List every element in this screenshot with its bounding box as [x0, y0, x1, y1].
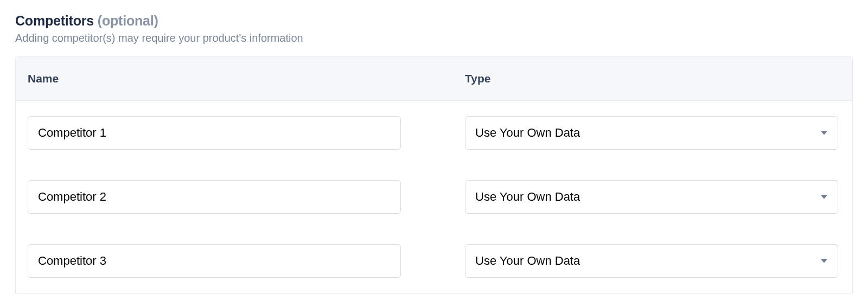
- competitor-name-input[interactable]: [28, 244, 401, 278]
- competitor-name-input[interactable]: [28, 180, 401, 214]
- section-title-text: Competitors: [15, 13, 94, 28]
- dropdown-selected-label: Use Your Own Data: [475, 126, 580, 140]
- competitor-type-dropdown[interactable]: Use Your Own Data: [465, 180, 838, 214]
- column-header-type: Type: [465, 72, 490, 85]
- table-body: Use Your Own Data Use Your Own Data: [16, 101, 852, 293]
- dropdown-selected-label: Use Your Own Data: [475, 254, 580, 268]
- competitor-name-input[interactable]: [28, 116, 401, 150]
- column-header-name: Name: [28, 72, 59, 85]
- competitors-table: Name Type Use Your Own Data: [15, 56, 853, 293]
- competitor-type-dropdown[interactable]: Use Your Own Data: [465, 244, 838, 278]
- chevron-down-icon: [820, 193, 828, 201]
- table-header: Name Type: [16, 57, 852, 101]
- table-row: Use Your Own Data: [16, 101, 852, 165]
- dropdown-selected-label: Use Your Own Data: [475, 190, 580, 204]
- chevron-down-icon: [820, 129, 828, 137]
- section-title-optional: (optional): [98, 13, 158, 28]
- section-title: Competitors (optional): [15, 13, 853, 29]
- table-row: Use Your Own Data: [16, 165, 852, 229]
- competitor-type-dropdown[interactable]: Use Your Own Data: [465, 116, 838, 150]
- table-row: Use Your Own Data: [16, 229, 852, 293]
- section-subtitle: Adding competitor(s) may require your pr…: [15, 32, 853, 44]
- chevron-down-icon: [820, 257, 828, 265]
